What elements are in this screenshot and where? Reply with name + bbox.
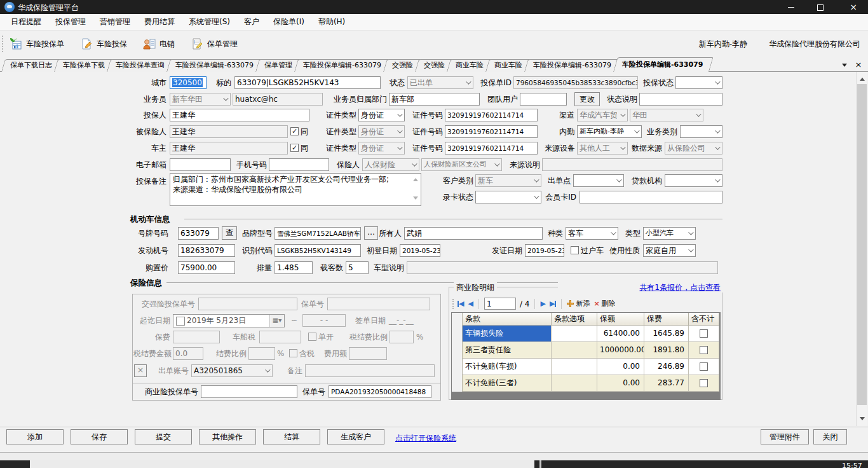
member-card-input[interactable]: [580, 191, 722, 203]
model-note-input[interactable]: [407, 261, 718, 274]
status-select[interactable]: 已出单: [407, 76, 473, 89]
id-type-select-1[interactable]: 身份证: [358, 109, 405, 121]
proposal-id-input[interactable]: 79605846935045b38533c3890cfbc304: [513, 76, 638, 89]
last-page-button[interactable]: ▶: [550, 298, 556, 310]
vehicle-owner-input[interactable]: 武娟: [404, 227, 543, 240]
tax-rate-input[interactable]: [390, 331, 414, 343]
salesman-select[interactable]: 新车华田: [170, 93, 231, 106]
table-row-4-include-checkbox[interactable]: [700, 379, 708, 387]
channel-select-1[interactable]: 华成汽车贸: [577, 109, 628, 121]
vehicle-category-select[interactable]: 客车: [566, 227, 618, 240]
engine-no-input[interactable]: 182633079: [178, 244, 235, 257]
fee-amount-input[interactable]: [349, 347, 387, 360]
quote-link[interactable]: 共有1条报价，点击查看: [558, 282, 723, 292]
table-row-3-premium[interactable]: 246.89: [644, 359, 689, 375]
col-header-include[interactable]: 含不计: [689, 313, 719, 326]
col-header-amount[interactable]: 保额: [597, 313, 644, 326]
settle-button[interactable]: 结算: [263, 429, 320, 444]
insured-input[interactable]: 王建华: [170, 125, 288, 138]
table-row-1-include-checkbox[interactable]: [700, 329, 708, 338]
tab-ctp-1[interactable]: 交强险: [383, 59, 419, 72]
tab-list-dropdown[interactable]: [840, 60, 849, 69]
remark-scroll-down-icon[interactable]: [412, 196, 419, 203]
brand-model-input[interactable]: 雪佛兰SGM7152LAAB轿车: [275, 227, 361, 240]
minimize-button[interactable]: [776, 0, 806, 14]
next-page-button[interactable]: ▶: [540, 298, 545, 310]
scroll-down-button[interactable]: [857, 415, 867, 425]
vertical-scrollbar[interactable]: [856, 72, 867, 426]
proposal-status-select[interactable]: [675, 76, 722, 89]
table-row-2-include-checkbox[interactable]: [700, 346, 708, 354]
toolbar-policy-mgmt-button[interactable]: 保单管理: [187, 36, 240, 52]
insurer-select-2[interactable]: 人保财险新区支公司: [421, 158, 502, 171]
period-end-input[interactable]: - -: [302, 314, 346, 327]
menu-insure-mgmt[interactable]: 投保管理: [48, 14, 93, 30]
scrollbar-thumb[interactable]: [857, 84, 867, 405]
table-row-3-option[interactable]: [552, 359, 597, 375]
tax-amount-input[interactable]: 0.0: [173, 347, 203, 360]
manage-attachments-button[interactable]: 管理附件: [761, 429, 809, 444]
table-row-1-premium[interactable]: 1645.89: [644, 326, 689, 342]
tab-proposal-query[interactable]: 车险投保单查询: [107, 59, 170, 72]
menu-system[interactable]: 系统管理(S): [182, 14, 237, 30]
table-row-1-clause[interactable]: 车辆损失险: [463, 326, 552, 342]
table-row-4-premium[interactable]: 283.77: [644, 375, 689, 392]
ctp-policy-no-input[interactable]: [327, 298, 430, 310]
ctp-premium-input[interactable]: [173, 331, 220, 343]
customer-type-select[interactable]: 新车: [475, 174, 541, 187]
tab-policy-download[interactable]: 车险保单下载: [54, 59, 111, 72]
id-number-input-1[interactable]: 320919197602114714: [445, 109, 538, 121]
scroll-up-button[interactable]: [857, 72, 867, 83]
source-note-input[interactable]: [542, 158, 722, 171]
tab-proposal-edit-active[interactable]: 车险投保单编辑-633079: [613, 57, 709, 72]
ctp-note-input[interactable]: [305, 364, 435, 377]
table-row-2-amount[interactable]: 1000000.00: [597, 342, 644, 359]
table-row-4-option[interactable]: [552, 375, 597, 392]
separate-issue-checkbox[interactable]: [308, 333, 316, 341]
prev-page-button[interactable]: ◀: [468, 298, 473, 310]
open-insurance-system-link[interactable]: 点击打开保险系统: [395, 433, 456, 444]
close-form-button[interactable]: 关闭: [813, 429, 847, 444]
insured-same-checkbox[interactable]: [290, 127, 299, 135]
mobile-input[interactable]: [269, 158, 329, 171]
comm-proposal-no-input[interactable]: [201, 385, 297, 398]
clerk-select[interactable]: 新车内勤-李静: [577, 125, 642, 138]
period-checkbox[interactable]: [176, 317, 185, 326]
ctp-proposal-no-input[interactable]: [198, 298, 297, 310]
card-status-select[interactable]: [475, 191, 541, 203]
issue-account-select[interactable]: A320501865: [191, 364, 273, 377]
owner-input[interactable]: 王建华: [170, 142, 288, 155]
seats-input[interactable]: 5: [346, 261, 369, 274]
tab-proposal-edit-1[interactable]: 车险投保单编辑-633079: [166, 59, 259, 72]
status-note-input[interactable]: [639, 93, 722, 106]
insurer-select-1[interactable]: 人保财险: [362, 158, 419, 171]
remark-textarea[interactable]: 归属部门：苏州市国家高新技术产业开发区支公司代理业务一部; 来源渠道：华成保险代…: [170, 173, 421, 206]
col-header-option[interactable]: 条款选项: [552, 313, 597, 326]
menu-customer[interactable]: 客户: [237, 14, 266, 30]
displacement-input[interactable]: 1.485: [275, 261, 313, 274]
tab-policy-mgmt[interactable]: 保单管理: [255, 59, 298, 72]
plate-input[interactable]: 633079: [178, 227, 219, 240]
channel-select-2[interactable]: 华田: [630, 109, 703, 121]
generate-customer-button[interactable]: 生成客户: [327, 429, 384, 444]
table-row-1-option[interactable]: [552, 326, 597, 342]
id-type-select-3[interactable]: 身份证: [358, 142, 405, 155]
id-number-input-3[interactable]: 320919197602114714: [445, 142, 538, 155]
tab-proposal-edit-3[interactable]: 车险投保单编辑-633079: [524, 59, 617, 72]
owner-same-checkbox[interactable]: [290, 144, 299, 152]
change-button[interactable]: 更改: [574, 92, 600, 106]
col-header-clause[interactable]: 条款: [463, 313, 552, 326]
taskbar-window-segment[interactable]: [30, 460, 534, 468]
comm-policy-no-input[interactable]: PDAA201932050000418488: [329, 385, 431, 398]
applicant-input[interactable]: 王建华: [170, 109, 309, 121]
loan-org-select[interactable]: [665, 174, 722, 187]
first-reg-input[interactable]: 2019-05-23: [400, 244, 440, 257]
table-row-2-premium[interactable]: 1891.80: [644, 342, 689, 359]
city-input[interactable]: 320500: [170, 76, 207, 89]
menu-schedule[interactable]: 日程提醒: [4, 14, 48, 30]
usage-select[interactable]: 家庭自用: [643, 244, 696, 257]
page-number-input[interactable]: 1: [484, 298, 516, 310]
issue-point-select[interactable]: [573, 174, 624, 187]
subject-input[interactable]: 633079|LSGKB52H5KV143: [234, 76, 381, 89]
table-row-4-amount[interactable]: 0.00: [597, 375, 644, 392]
